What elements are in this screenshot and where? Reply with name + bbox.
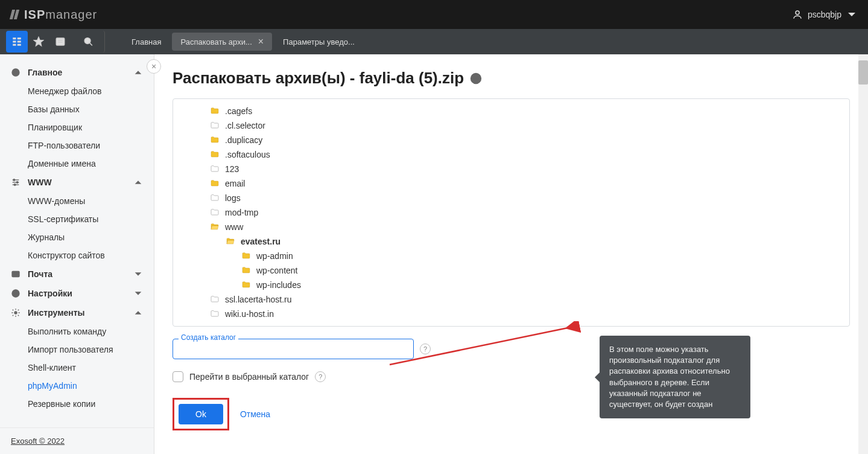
tree-item[interactable]: .duplicacy — [173, 133, 849, 147]
tooltip: В этом поле можно указать произвольный п… — [600, 336, 750, 418]
tree-item[interactable]: .softaculous — [173, 147, 849, 162]
svg-rect-1 — [13, 37, 16, 39]
nav-section-почта[interactable]: Почта — [0, 264, 154, 284]
directory-tree: .cagefs.cl.selector.duplicacy.softaculou… — [173, 98, 850, 327]
nav-section-настройки[interactable]: Настройки — [0, 284, 154, 303]
tabs: Главная Распаковать архи... × Параметры … — [123, 33, 363, 51]
footer-copyright[interactable]: Exosoft © 2022 — [0, 427, 154, 454]
svg-point-17 — [16, 182, 18, 184]
svg-point-10 — [84, 38, 90, 44]
close-icon[interactable]: × — [258, 36, 264, 47]
tab-notification-settings[interactable]: Параметры уведо... — [274, 34, 363, 50]
tree-item[interactable]: wp-includes — [173, 278, 849, 292]
content: Распаковать архив(ы) - fayli-da (5).zip … — [154, 54, 868, 454]
top-bar: ISPmanager pscbqbjp — [0, 0, 868, 29]
tree-item[interactable]: .cagefs — [173, 104, 849, 118]
nav-item[interactable]: phpMyAdmin — [0, 377, 154, 395]
news-button[interactable] — [49, 31, 71, 53]
star-icon — [33, 36, 44, 47]
scrollbar[interactable] — [858, 54, 868, 454]
menu-grid-button[interactable] — [6, 31, 28, 53]
user-menu[interactable]: pscbqbjp — [792, 9, 857, 20]
tree-item[interactable]: logs — [173, 191, 849, 205]
logo-bars-icon — [11, 10, 18, 19]
tree-item[interactable]: 123 — [173, 162, 849, 176]
tree-item[interactable]: wiki.u-host.in — [173, 307, 849, 321]
logo-text: ISPmanager — [24, 8, 97, 22]
nav-item[interactable]: Конструктор сайтов — [0, 246, 154, 264]
svg-point-18 — [14, 184, 16, 186]
help-icon[interactable]: ? — [315, 371, 326, 382]
nav-item[interactable]: Планировщик — [0, 118, 154, 136]
svg-rect-4 — [17, 37, 21, 39]
nav-item[interactable]: Shell-клиент — [0, 359, 154, 377]
svg-point-21 — [14, 312, 17, 314]
ok-highlight: Ok — [173, 398, 229, 430]
tree-item[interactable]: www — [173, 220, 849, 234]
nav-item[interactable]: FTP-пользователи — [0, 136, 154, 155]
goto-dir-checkbox[interactable] — [173, 371, 183, 382]
favorites-button[interactable] — [28, 31, 49, 53]
chevron-down-icon — [846, 9, 857, 20]
svg-rect-3 — [13, 44, 16, 46]
page-title: Распаковать архив(ы) - fayli-da (5).zip — [173, 69, 850, 88]
create-dir-input[interactable] — [173, 339, 414, 359]
nav-item[interactable]: Резервные копии — [0, 395, 154, 413]
sidebar: × ГлавноеМенеджер файловБазы данныхПлани… — [0, 54, 154, 454]
tree-item[interactable]: evatest.ru — [173, 234, 849, 249]
tree-item[interactable]: ssl.lacerta-host.ru — [173, 292, 849, 307]
tab-main[interactable]: Главная — [123, 34, 169, 50]
help-icon[interactable]: ? — [420, 344, 431, 354]
create-dir-label: Создать каталог — [179, 333, 238, 342]
nav-item[interactable]: Журналы — [0, 228, 154, 246]
ok-button[interactable]: Ok — [179, 404, 223, 424]
svg-rect-6 — [17, 44, 21, 46]
tab-bar: Главная Распаковать архи... × Параметры … — [0, 29, 868, 54]
search-icon — [83, 36, 93, 47]
tree-item[interactable]: email — [173, 176, 849, 191]
tree-item[interactable]: wp-admin — [173, 249, 849, 263]
nav-item[interactable]: Доменные имена — [0, 155, 154, 173]
nav-section-www[interactable]: WWW — [0, 173, 154, 192]
nav-item[interactable]: Выполнить команду — [0, 322, 154, 340]
nav-item[interactable]: Импорт пользователя — [0, 340, 154, 359]
nav-section-главное[interactable]: Главное — [0, 63, 154, 82]
globe-icon — [470, 72, 482, 85]
newspaper-icon — [55, 36, 66, 47]
tree-item[interactable]: .cl.selector — [173, 118, 849, 133]
svg-point-16 — [13, 179, 15, 181]
nav-item[interactable]: Базы данных — [0, 100, 154, 118]
svg-line-11 — [90, 43, 92, 45]
tab-extract[interactable]: Распаковать архи... × — [172, 33, 272, 51]
nav-section-инструменты[interactable]: Инструменты — [0, 303, 154, 322]
cancel-button[interactable]: Отмена — [240, 409, 270, 419]
tree-item[interactable]: mod-tmp — [173, 205, 849, 220]
user-icon — [792, 9, 803, 20]
logo: ISPmanager — [11, 8, 97, 22]
svg-rect-5 — [17, 41, 21, 43]
nav-item[interactable]: SSL-сертификаты — [0, 210, 154, 228]
nav-item[interactable]: WWW-домены — [0, 192, 154, 210]
search-button[interactable] — [83, 31, 105, 53]
svg-point-0 — [796, 11, 799, 14]
tree-item[interactable]: wp-content — [173, 263, 849, 278]
goto-dir-label: Перейти в выбранный каталог — [189, 372, 309, 382]
grid-icon — [11, 36, 22, 47]
username: pscbqbjp — [808, 10, 841, 19]
svg-rect-2 — [13, 41, 16, 43]
nav-item[interactable]: Менеджер файлов — [0, 82, 154, 100]
sidebar-collapse-button[interactable]: × — [147, 59, 161, 74]
